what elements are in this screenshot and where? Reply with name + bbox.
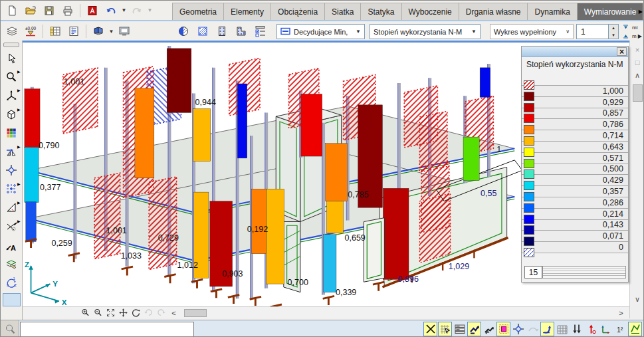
level-definition-button[interactable]: ±0.00 [22, 23, 39, 39]
utilization-bar[interactable] [252, 189, 267, 253]
search-input[interactable] [20, 322, 194, 337]
governing-case-dropdown[interactable]: Decydujące Min, ▼ [276, 24, 365, 39]
print-button[interactable] [59, 3, 76, 19]
renumber-button[interactable]: 123 [3, 275, 21, 290]
tab-overflow-icon[interactable]: ▶ [639, 9, 643, 15]
utilization-bar[interactable] [383, 188, 409, 279]
steel-section-round-button[interactable] [175, 23, 192, 39]
close-icon[interactable]: × [617, 47, 627, 56]
scroll-left-icon[interactable]: < [168, 308, 179, 318]
utilization-bar[interactable] [301, 94, 322, 156]
code-databases-menu-icon[interactable]: ▼ [108, 29, 114, 35]
rotate-view-button[interactable] [130, 308, 142, 318]
legend-count-box[interactable]: 15 [524, 266, 542, 279]
close-icon[interactable]: × [635, 46, 639, 54]
mirror-button[interactable]: ▶ [3, 144, 21, 160]
member-verification-options-button[interactable] [252, 23, 269, 39]
set-square-button[interactable]: ▶ [3, 200, 21, 215]
rotate-3d-button[interactable]: ▶ [3, 88, 21, 103]
layer-edit-button[interactable] [3, 256, 21, 271]
undo-button[interactable] [102, 3, 120, 19]
reactions-arrow-toggle[interactable] [584, 322, 598, 336]
code-databases-button[interactable] [90, 23, 107, 39]
tables-button[interactable] [47, 23, 64, 39]
calculation-notes-button[interactable] [65, 23, 82, 39]
view-previous-button[interactable] [143, 308, 154, 318]
wall-utilization-panel[interactable] [94, 173, 120, 259]
utilization-bar[interactable] [480, 68, 490, 97]
select-cursor-button[interactable] [3, 51, 21, 66]
axes-triad-toggle[interactable] [599, 322, 613, 336]
utilization-bar[interactable] [25, 148, 39, 203]
scroll-up-icon[interactable]: ∧ [635, 71, 640, 80]
utilization-bar[interactable] [324, 235, 336, 292]
diagram-style-combobox[interactable]: Wykres wypełniony ∨ [490, 24, 574, 39]
zoom-out-button[interactable] [92, 308, 104, 318]
restore-icon[interactable]: □ [635, 58, 640, 66]
exponent-12-toggle[interactable]: 1² [613, 322, 627, 336]
trajectory-gray-toggle[interactable] [526, 322, 540, 336]
tab-obciążenia[interactable]: Obciążenia [271, 3, 325, 20]
export-pdf-button[interactable] [84, 3, 101, 19]
open-project-button[interactable] [22, 3, 39, 19]
wall-utilization-panel[interactable] [149, 177, 177, 270]
active-view-button[interactable] [3, 293, 21, 306]
utilization-bar[interactable] [326, 144, 348, 201]
new-document-button[interactable] [3, 3, 21, 19]
node-diamond-toggle[interactable] [511, 322, 525, 336]
zoom-extents-button[interactable] [105, 308, 116, 318]
zoom-in-button[interactable] [80, 308, 91, 318]
result-type-dropdown[interactable]: Stopień wykorzystania N-M ▼ [370, 24, 481, 39]
trim-button[interactable]: ▶ [3, 219, 21, 234]
utilization-bar[interactable] [326, 201, 343, 233]
tab-wyboczenie[interactable]: Wyboczenie [402, 3, 459, 20]
tab-drgania-własne[interactable]: Drgania własne [459, 3, 528, 20]
tab-geometria[interactable]: Geometria [172, 3, 224, 20]
toolbar-grip[interactable] [3, 43, 19, 47]
display-colors-button[interactable] [3, 126, 21, 141]
spin-up-icon[interactable]: ▲ [609, 25, 618, 32]
utilization-bar[interactable] [25, 89, 40, 148]
utilization-bar[interactable] [237, 84, 247, 158]
diagram-scale-stepper[interactable]: 1 ▲ ▼ [576, 24, 619, 39]
view-next-button[interactable] [156, 308, 167, 318]
tab-dynamika[interactable]: Dynamika [528, 3, 577, 20]
layers-button[interactable] [3, 23, 21, 39]
undo-menu-icon[interactable]: ▼ [121, 7, 127, 13]
tab-wymiarowanie-żelb[interactable]: Wymiarowanie - Żelb [578, 3, 643, 20]
text-annotation-button[interactable]: A [3, 237, 21, 253]
utilization-bar[interactable] [26, 202, 36, 242]
loads-arrows-toggle[interactable] [570, 322, 584, 336]
hatched-section-button[interactable] [194, 23, 211, 39]
utilization-bar[interactable] [463, 137, 479, 181]
horizontal-scroll-thumb[interactable] [184, 309, 207, 317]
diagram-scale-value[interactable]: 1 [576, 24, 609, 39]
select-region-toggle[interactable] [496, 322, 510, 336]
view-cube-button[interactable]: ▶ [3, 107, 21, 122]
tab-elementy[interactable]: Elementy [224, 3, 271, 20]
scroll-right-icon[interactable]: > [615, 308, 627, 318]
utilization-bar[interactable] [267, 189, 284, 284]
walk-arrows-blue-toggle[interactable] [467, 322, 481, 336]
lower-level-mark-button[interactable]: m [623, 32, 637, 40]
rc-l-section-button[interactable] [233, 23, 250, 39]
save-project-button[interactable] [41, 3, 58, 19]
legend-titlebar[interactable]: × [522, 47, 628, 57]
grid-table-toggle[interactable] [555, 322, 569, 336]
section-shape-toggle[interactable] [628, 322, 642, 336]
structural-axes-button[interactable]: ▶ [3, 181, 21, 197]
search-button[interactable] [1, 320, 19, 337]
spin-down-icon[interactable]: ▼ [609, 32, 618, 39]
snap-grid-toggle[interactable] [438, 322, 452, 336]
scroll-down-icon[interactable]: ∨ [635, 295, 640, 304]
zoom-button[interactable]: ▶ [3, 69, 21, 84]
wall-utilization-panel[interactable] [421, 162, 449, 233]
utilization-bar[interactable] [167, 49, 191, 113]
utilization-bar[interactable] [193, 109, 211, 162]
vertical-scroll-thumb[interactable] [633, 84, 643, 102]
upper-level-mark-button[interactable]: mi [623, 23, 637, 31]
node-diamond-button[interactable] [3, 163, 21, 178]
local-axes-toggle[interactable] [540, 322, 554, 336]
utilization-bar[interactable] [135, 88, 154, 178]
redo-menu-icon[interactable]: ▼ [147, 7, 153, 13]
